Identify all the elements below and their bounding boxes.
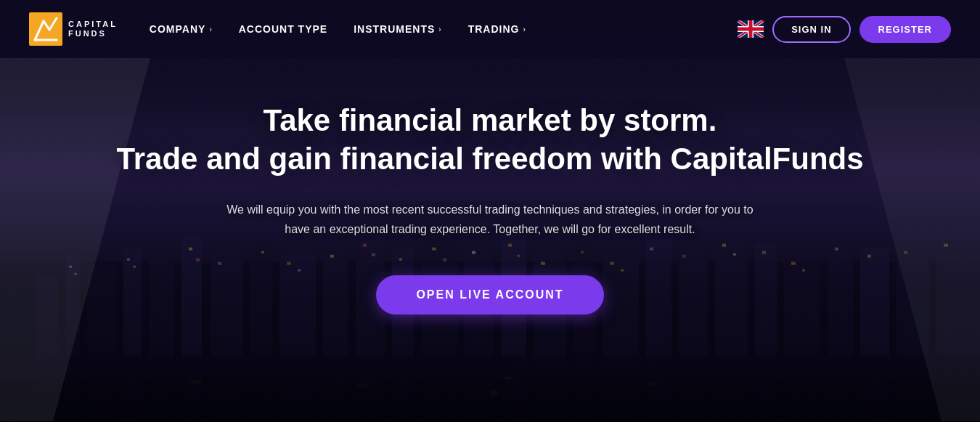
nav-account-type[interactable]: ACCOUNT TYPE (229, 17, 338, 41)
nav-trading[interactable]: TRADING › (458, 17, 536, 41)
language-selector[interactable] (738, 20, 764, 38)
nav-links: COMPANY › ACCOUNT TYPE INSTRUMENTS › TRA… (139, 17, 738, 41)
hero-subtitle: We will equip you with the most recent s… (214, 200, 766, 239)
hero-section: Take financial market by storm. Trade an… (0, 80, 980, 315)
hero-title: Take financial market by storm. Trade an… (116, 102, 863, 178)
nav-company[interactable]: COMPANY › (139, 17, 223, 41)
svg-rect-86 (738, 28, 764, 31)
open-live-account-button[interactable]: OPEN LIVE ACCOUNT (376, 275, 603, 315)
signin-button[interactable]: SIGN IN (772, 16, 850, 43)
register-button[interactable]: REGISTER (859, 16, 951, 43)
company-chevron-icon: › (209, 25, 212, 33)
logo-icon (29, 12, 62, 46)
nav-right: SIGN IN REGISTER (738, 16, 951, 43)
logo[interactable]: CAPITAL FUNDS (29, 12, 118, 46)
nav-instruments[interactable]: INSTRUMENTS › (343, 17, 452, 41)
trading-chevron-icon: › (523, 25, 526, 33)
logo-text: CAPITAL FUNDS (68, 20, 118, 38)
navbar: CAPITAL FUNDS COMPANY › ACCOUNT TYPE INS… (0, 0, 980, 58)
instruments-chevron-icon: › (438, 25, 441, 33)
